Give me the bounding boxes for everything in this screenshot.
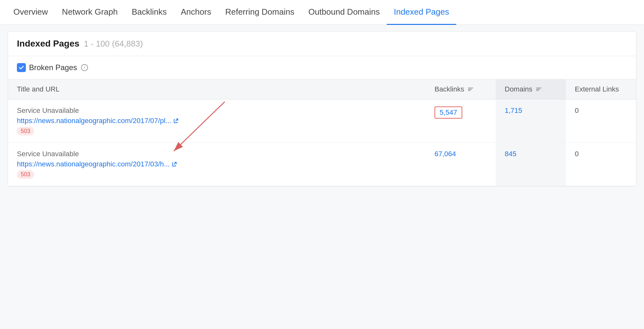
td-backlinks-2: 67,064 [426,143,496,186]
main-content: Indexed Pages 1 - 100 (64,883) Broken Pa… [0,25,644,193]
nav-bar: Overview Network Graph Backlinks Anchors… [0,0,644,25]
th-domains[interactable]: Domains [496,79,566,99]
table-header: Title and URL Backlinks Domains External… [8,79,636,99]
indexed-pages-card: Indexed Pages 1 - 100 (64,883) Broken Pa… [8,31,636,186]
td-title-url-2: Service Unavailable https://news.nationa… [8,143,426,186]
backlinks-value-2: 67,064 [435,150,456,158]
info-icon[interactable]: i [81,64,88,71]
status-badge-1: 503 [17,127,34,135]
nav-item-outbound-domains[interactable]: Outbound Domains [301,0,387,25]
th-backlinks[interactable]: Backlinks [426,79,496,99]
nav-item-overview[interactable]: Overview [6,0,55,25]
table-row: Service Unavailable https://news.nationa… [8,99,636,143]
td-title-url-1: Service Unavailable https://news.nationa… [8,99,426,143]
page-title-text-2: Service Unavailable [17,150,417,158]
td-backlinks-1: 5,547 [426,99,496,143]
filter-row: Broken Pages i [8,56,636,79]
external-value-1: 0 [575,106,579,114]
table-row: Service Unavailable https://news.nationa… [8,143,636,186]
th-title-url: Title and URL [8,79,426,99]
domains-value-1: 1,715 [505,106,522,114]
broken-pages-checkbox[interactable] [17,63,26,72]
page-url-2[interactable]: https://news.nationalgeographic.com/2017… [17,160,417,168]
status-badge-2: 503 [17,170,34,179]
nav-item-backlinks[interactable]: Backlinks [125,0,174,25]
broken-pages-filter[interactable]: Broken Pages [17,63,77,72]
external-link-icon-1[interactable] [173,118,179,124]
td-domains-2: 845 [496,143,566,186]
td-external-1: 0 [566,99,636,143]
external-value-2: 0 [575,150,579,158]
page-title-text-1: Service Unavailable [17,106,417,115]
domains-value-2: 845 [505,150,516,158]
broken-pages-label: Broken Pages [29,63,77,72]
backlinks-value-1: 5,547 [435,106,462,119]
page-title: Indexed Pages [17,39,79,49]
sort-icon-backlinks [468,88,473,91]
nav-item-referring-domains[interactable]: Referring Domains [218,0,301,25]
nav-item-indexed-pages[interactable]: Indexed Pages [387,0,456,25]
page-subtitle: 1 - 100 (64,883) [84,39,143,49]
td-external-2: 0 [566,143,636,186]
nav-item-anchors[interactable]: Anchors [174,0,218,25]
td-domains-1: 1,715 [496,99,566,143]
sort-icon-domains [536,88,541,91]
table-container: Title and URL Backlinks Domains External… [8,79,636,186]
card-header: Indexed Pages 1 - 100 (64,883) [8,32,636,56]
th-external-links: External Links [566,79,636,99]
nav-item-network-graph[interactable]: Network Graph [55,0,125,25]
title-cell-2: Service Unavailable https://news.nationa… [17,150,417,179]
page-url-1[interactable]: https://news.nationalgeographic.com/2017… [17,117,417,125]
title-cell-1: Service Unavailable https://news.nationa… [17,106,417,135]
external-link-icon-2[interactable] [172,161,177,167]
